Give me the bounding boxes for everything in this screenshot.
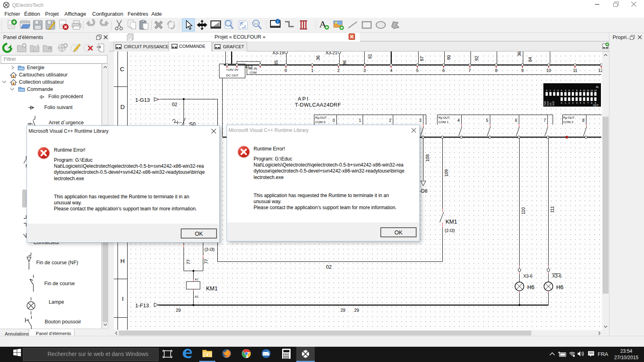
svg-text:12: 12: [590, 89, 593, 92]
svg-text:4: 4: [576, 102, 577, 104]
svg-text:36: 36: [316, 56, 320, 60]
svg-text:84: 84: [528, 57, 533, 62]
svg-text:1: 1: [311, 68, 314, 73]
svg-text:6: 6: [442, 68, 445, 73]
svg-text:PWR: PWR: [544, 101, 546, 106]
svg-text:2: 2: [568, 102, 570, 104]
svg-text:11: 11: [573, 68, 578, 73]
svg-text:02: 02: [172, 102, 178, 107]
svg-text:3: 3: [557, 89, 558, 92]
svg-text:9: 9: [580, 89, 581, 92]
svg-text:5: 5: [580, 102, 581, 104]
svg-text:DC OUT: DC OUT: [226, 74, 239, 77]
svg-text:KM1: KM1: [446, 218, 457, 225]
svg-text:2: 2: [553, 89, 555, 92]
svg-text:X3-6: X3-6: [552, 274, 561, 278]
svg-text:5: 5: [416, 68, 419, 73]
svg-text:0: 0: [285, 68, 287, 73]
svg-text:D: D: [120, 103, 125, 110]
svg-text:COM 1: COM 1: [438, 120, 449, 124]
svg-text:7: 7: [469, 68, 471, 73]
svg-text:4: 4: [561, 89, 562, 92]
svg-text:8: 8: [495, 68, 497, 73]
svg-text:77: 77: [204, 259, 208, 264]
svg-text:T-DWLCAA24DRF: T-DWLCAA24DRF: [295, 102, 341, 108]
svg-text:KM1: KM1: [206, 285, 218, 292]
svg-text:3: 3: [363, 68, 366, 73]
svg-text:1:1: 1:1: [254, 22, 258, 25]
svg-text:A1: A1: [195, 278, 198, 281]
svg-text:7: 7: [543, 118, 546, 123]
svg-text:H: H: [120, 257, 125, 264]
svg-text:5: 5: [565, 89, 566, 92]
svg-text:87: 87: [419, 56, 424, 61]
svg-text:77: 77: [186, 259, 191, 264]
svg-text:ERL: ERL: [549, 102, 552, 106]
svg-text:109: 109: [444, 169, 449, 177]
svg-text:29: 29: [341, 308, 345, 313]
svg-text:+24V 0V: +24V 0V: [226, 68, 239, 72]
svg-text:13: 13: [594, 89, 597, 92]
svg-text:H6: H6: [527, 284, 535, 290]
svg-text:X3-19: X3-19: [272, 51, 284, 55]
svg-text:STAT: STAT: [552, 101, 555, 106]
svg-text:12: 12: [598, 68, 602, 73]
svg-text:7: 7: [587, 102, 588, 104]
svg-text:81: 81: [367, 54, 372, 59]
svg-text:29: 29: [176, 308, 181, 313]
svg-text:02: 02: [326, 264, 332, 270]
svg-text:1: 1: [359, 118, 361, 123]
svg-text:X3-21: X3-21: [326, 51, 337, 55]
svg-text:7: 7: [572, 89, 573, 92]
svg-text:RUN: RUN: [547, 101, 549, 106]
svg-text:I: I: [122, 295, 124, 302]
svg-text:85: 85: [274, 60, 279, 65]
svg-text:6: 6: [568, 89, 570, 92]
svg-text:90: 90: [446, 55, 451, 60]
svg-text:0: 0: [332, 118, 335, 123]
svg-text:8: 8: [576, 89, 577, 92]
svg-text:0: 0: [546, 89, 547, 92]
svg-text:412: 412: [245, 64, 252, 69]
svg-text:3: 3: [419, 118, 421, 123]
svg-text:Ry.OUT: Ry.OUT: [438, 116, 450, 119]
svg-text:4: 4: [457, 118, 460, 123]
svg-text:OUT: OUT: [593, 104, 599, 107]
svg-text:COM 0: COM 0: [315, 120, 326, 124]
svg-text:8: 8: [582, 118, 584, 123]
svg-text:92: 92: [474, 56, 479, 61]
svg-text:10: 10: [583, 89, 585, 92]
svg-text:1: 1: [565, 102, 566, 104]
svg-text:36: 36: [517, 51, 522, 56]
svg-text:COM: COM: [250, 71, 257, 74]
svg-text:X3-6: X3-6: [523, 274, 533, 278]
svg-text:IN: IN: [596, 86, 599, 88]
svg-text:9: 9: [521, 68, 524, 73]
svg-text:0: 0: [561, 102, 562, 104]
svg-text:9: 9: [594, 102, 596, 104]
svg-text:(2-I3): (2-I3): [204, 247, 215, 252]
svg-text:2: 2: [389, 118, 391, 123]
svg-text:6: 6: [515, 118, 517, 123]
svg-text:111: 111: [550, 206, 555, 213]
svg-text:-D8: -D8: [419, 188, 427, 194]
svg-text:4: 4: [390, 68, 392, 73]
svg-text:3: 3: [572, 102, 573, 104]
svg-text:11: 11: [587, 89, 589, 92]
svg-text:(2-I3): (2-I3): [445, 228, 455, 233]
svg-text:H6: H6: [556, 284, 564, 290]
svg-text:5: 5: [486, 118, 488, 123]
svg-text:2: 2: [337, 68, 340, 73]
svg-text:10: 10: [546, 68, 551, 73]
svg-text:110: 110: [521, 207, 526, 214]
svg-text:Ry.OUT: Ry.OUT: [315, 116, 326, 119]
svg-text:1-G13: 1-G13: [135, 97, 150, 103]
svg-text:A2: A2: [195, 295, 198, 298]
svg-text:108: 108: [425, 154, 430, 162]
svg-text:COM 2: COM 2: [563, 120, 574, 124]
svg-text:29: 29: [354, 308, 359, 313]
svg-text:1: 1: [549, 89, 551, 92]
svg-text:96: 96: [342, 60, 347, 65]
svg-text:Ry.OUT: Ry.OUT: [563, 116, 574, 119]
svg-text:API: API: [298, 96, 309, 102]
